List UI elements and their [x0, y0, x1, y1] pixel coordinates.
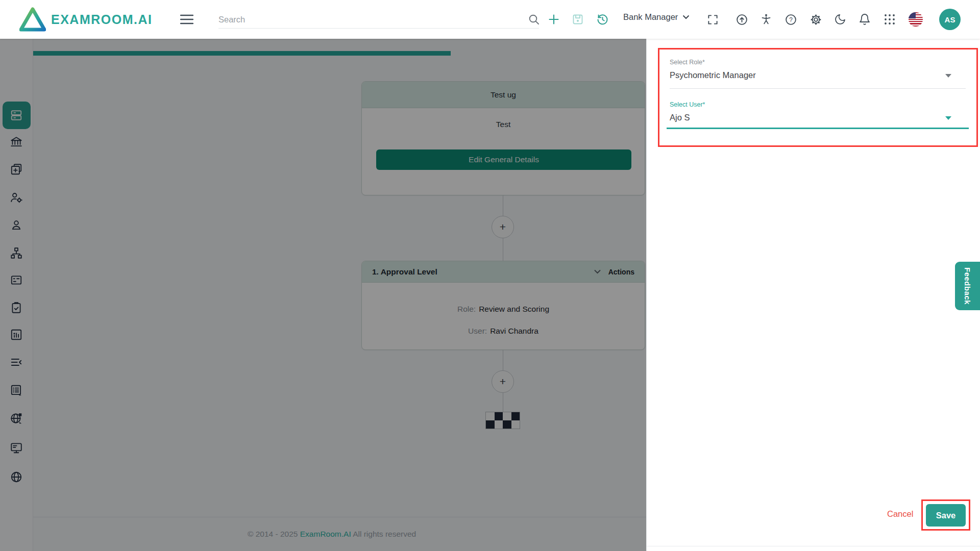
user-icon[interactable]: [4, 213, 29, 237]
save-icon[interactable]: [571, 13, 584, 26]
notifications-icon[interactable]: [858, 13, 871, 26]
approval-user-line: User:Ravi Chandra: [362, 327, 645, 336]
history-icon[interactable]: [596, 13, 609, 26]
save-button[interactable]: Save: [926, 504, 966, 527]
accessibility-icon[interactable]: [760, 13, 773, 26]
user-label: User:: [468, 327, 487, 335]
user-field-underline-focused: [667, 128, 969, 129]
role-dropdown-label: Bank Manager: [623, 12, 678, 22]
select-user-label: Select User*: [670, 101, 705, 108]
approval-role-line: Role:Review and Scoring: [362, 305, 645, 314]
upload-icon[interactable]: [735, 13, 748, 26]
globe-widget-icon[interactable]: [4, 406, 29, 431]
brand-logo-icon: [19, 7, 46, 32]
flag-canton: [909, 12, 916, 18]
user-avatar[interactable]: AS: [939, 9, 961, 30]
feedback-tab[interactable]: Feedback: [955, 262, 980, 310]
hierarchy-icon[interactable]: [4, 241, 29, 265]
panel-bottom-divider: [647, 546, 980, 546]
flow-connector: [503, 393, 504, 412]
clipboard-check-icon[interactable]: [4, 295, 29, 320]
flow-connector: [503, 350, 504, 370]
edit-general-details-button[interactable]: Edit General Details: [376, 149, 631, 170]
flow-connector: [503, 238, 504, 261]
add-level-button[interactable]: +: [492, 216, 514, 238]
select-user-value[interactable]: Ajo S: [670, 113, 690, 122]
group-card-header: Test ug: [362, 82, 645, 108]
flow-connector: [503, 195, 504, 216]
footer-divider: [33, 517, 646, 517]
search-input[interactable]: [218, 11, 539, 29]
select-role-value[interactable]: Psychometric Manager: [670, 70, 756, 80]
display-icon[interactable]: [4, 436, 29, 460]
left-sidebar: [0, 39, 33, 551]
examroom-link[interactable]: ExamRoom.AI: [300, 530, 351, 538]
chevron-down-icon: [682, 15, 690, 19]
add-icon[interactable]: [547, 13, 560, 26]
svg-text:?: ?: [789, 16, 793, 23]
role-dropdown[interactable]: Bank Manager: [623, 12, 690, 22]
assign-user-panel: Select Role* Psychometric Manager Select…: [646, 39, 980, 551]
settings-icon[interactable]: [809, 13, 822, 26]
actions-menu[interactable]: Actions: [608, 268, 634, 276]
approval-level-card: 1. Approval Level Actions Role:Review an…: [361, 261, 645, 350]
group-card-title: Test ug: [491, 90, 516, 99]
brand-name: EXAMROOM.AI: [51, 12, 152, 27]
cancel-button[interactable]: Cancel: [887, 509, 913, 519]
apps-grid-icon[interactable]: [883, 13, 896, 26]
role-field-underline: [670, 88, 966, 89]
copy-add-icon[interactable]: [4, 157, 29, 182]
user-dropdown-arrow-icon[interactable]: [945, 116, 951, 120]
workflow-group-card: Test ug Test Edit General Details: [361, 81, 645, 195]
copyright-suffix: All rights reserved: [351, 530, 416, 538]
copyright-prefix: © 2014 - 2025: [248, 530, 300, 538]
chart-box-icon[interactable]: [4, 322, 29, 347]
role-dropdown-arrow-icon[interactable]: [945, 74, 951, 78]
role-label: Role:: [457, 305, 476, 313]
fullscreen-icon[interactable]: [706, 13, 719, 26]
user-value: Ravi Chandra: [490, 327, 538, 335]
search-icon[interactable]: [527, 13, 541, 26]
approval-card-header: 1. Approval Level Actions: [362, 261, 645, 283]
select-role-label: Select Role*: [670, 59, 705, 66]
hamburger-icon[interactable]: [180, 13, 193, 26]
approval-card-title: 1. Approval Level: [372, 267, 437, 277]
help-icon[interactable]: ?: [784, 13, 797, 26]
us-flag-icon[interactable]: [909, 12, 923, 27]
menu-collapse-icon[interactable]: [4, 350, 29, 374]
dark-mode-icon[interactable]: [834, 13, 847, 26]
user-settings-icon[interactable]: [4, 185, 29, 210]
list-box-icon[interactable]: [4, 378, 29, 403]
bank-icon[interactable]: [4, 130, 29, 154]
workflow-canvas: Test ug Test Edit General Details + 1. A…: [33, 39, 646, 551]
collapse-chevron-icon[interactable]: [594, 269, 601, 274]
server-stack-icon[interactable]: [4, 103, 29, 128]
workflow-finish-flag-icon: [485, 412, 520, 429]
add-level-button[interactable]: +: [492, 370, 514, 393]
card-form-icon[interactable]: [4, 268, 29, 292]
group-card-description: Test: [362, 120, 645, 129]
top-navbar: EXAMROOM.AI Bank Manager: [0, 0, 980, 39]
role-value: Review and Scoring: [479, 305, 549, 313]
annotation-rect-form: [658, 48, 978, 147]
globe-icon[interactable]: [4, 465, 29, 489]
progress-bar: [33, 51, 451, 56]
